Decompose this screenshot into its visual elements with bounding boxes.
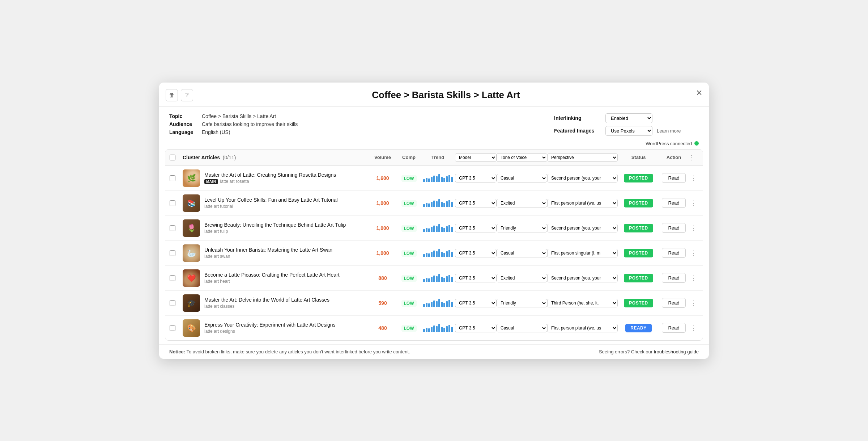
model-select[interactable]: GPT 3.5 GPT 4: [455, 299, 497, 307]
perspective-select[interactable]: Second person (you, your Second person (…: [547, 174, 618, 182]
row-checkbox[interactable]: [170, 175, 175, 181]
select-all-checkbox[interactable]: [170, 155, 175, 160]
row-checkbox[interactable]: [170, 325, 175, 331]
articles-table: Cluster Articles (0/11) Volume Comp Tren…: [165, 149, 703, 341]
model-select[interactable]: GPT 3.5 GPT 4: [455, 174, 497, 182]
model-select[interactable]: GPT 3.5 GPT 4: [455, 224, 497, 232]
row-trend: [421, 324, 455, 332]
cluster-articles-header: Cluster Articles (0/11): [183, 155, 368, 160]
perspective-select[interactable]: First person plural (we, us Second perso…: [547, 324, 618, 332]
perspective-select[interactable]: Second person (you, your Second person (…: [547, 224, 618, 232]
row-trend: [421, 199, 455, 207]
perspective-header-select[interactable]: Perspective: [547, 153, 618, 162]
meta-right: Interlinking Enabled Disabled Featured I…: [554, 113, 699, 137]
row-perspective: Second person (you, your Second person (…: [547, 174, 618, 182]
learn-more-link[interactable]: Learn more: [657, 128, 681, 134]
row-status: POSTED: [618, 299, 659, 307]
tone-select[interactable]: Casual Casual Excited Friendly: [497, 174, 547, 182]
row-perspective: First person plural (we, us Second perso…: [547, 199, 618, 207]
read-button[interactable]: Read: [662, 173, 685, 183]
close-button[interactable]: ✕: [696, 89, 702, 97]
row-model: GPT 3.5 GPT 4: [455, 174, 497, 182]
row-subtitle: latte art swan: [204, 254, 230, 259]
model-header: Model: [455, 153, 497, 162]
row-more-options[interactable]: ⋮: [688, 274, 698, 282]
perspective-header: Perspective: [547, 153, 618, 162]
row-more-options[interactable]: ⋮: [688, 324, 698, 332]
row-more-options[interactable]: ⋮: [688, 174, 698, 182]
row-title: Level Up Your Coffee Skills: Fun and Eas…: [204, 197, 368, 203]
read-button[interactable]: Read: [662, 298, 685, 308]
row-more-options[interactable]: ⋮: [688, 199, 698, 207]
perspective-select[interactable]: Second person (you, your Second person (…: [547, 274, 618, 282]
row-model: GPT 3.5 GPT 4: [455, 274, 497, 282]
featured-images-row: Featured Images Use Pexels None Learn mo…: [554, 126, 699, 136]
read-button[interactable]: Read: [662, 323, 685, 333]
tone-header-select[interactable]: Tone of Voice: [497, 153, 547, 162]
row-model: GPT 3.5 GPT 4: [455, 199, 497, 207]
comp-badge: LOW: [401, 325, 417, 332]
status-badge: POSTED: [624, 274, 653, 282]
model-select[interactable]: GPT 3.5 GPT 4: [455, 249, 497, 257]
row-trend: [421, 274, 455, 282]
row-checkbox[interactable]: [170, 300, 175, 306]
row-more-options[interactable]: ⋮: [688, 299, 698, 307]
row-checkbox[interactable]: [170, 200, 175, 206]
topic-value: Coffee > Barista Skills > Latte Art: [202, 113, 276, 119]
footer-left: Notice: To avoid broken links, make sure…: [169, 349, 410, 354]
row-comp: LOW: [397, 175, 421, 181]
trash-button[interactable]: 🗑: [166, 89, 178, 101]
thumb-icon: 🌷: [187, 224, 196, 232]
interlinking-select[interactable]: Enabled Disabled: [605, 113, 652, 123]
row-perspective: Second person (you, your Second person (…: [547, 274, 618, 282]
more-icon[interactable]: ⋮: [688, 154, 695, 161]
row-checkbox[interactable]: [170, 275, 175, 281]
row-subtitle-line: MAIN latte art rosetta: [204, 179, 368, 184]
wp-connected-dot: [694, 141, 699, 146]
row-more-options[interactable]: ⋮: [688, 224, 698, 232]
troubleshooting-link[interactable]: troubleshooting guide: [654, 349, 699, 354]
read-button[interactable]: Read: [662, 198, 685, 208]
row-volume: 480: [368, 325, 397, 331]
model-header-select[interactable]: Model: [455, 153, 497, 162]
tone-select[interactable]: Friendly Casual Excited Friendly: [497, 299, 547, 307]
tone-select[interactable]: Friendly Casual Excited Friendly: [497, 224, 547, 232]
interlinking-row: Interlinking Enabled Disabled: [554, 113, 699, 123]
row-tone: Casual Casual Excited Friendly: [497, 324, 547, 332]
row-subtitle: latte art rosetta: [220, 179, 249, 184]
row-volume: 1,000: [368, 225, 397, 231]
perspective-select[interactable]: Third Person (he, she, it, Second person…: [547, 299, 618, 307]
tone-select[interactable]: Casual Casual Excited Friendly: [497, 249, 547, 257]
read-button[interactable]: Read: [662, 223, 685, 233]
perspective-select[interactable]: First person plural (we, us Second perso…: [547, 199, 618, 207]
table-row: 🌷 Brewing Beauty: Unveiling the Techniqu…: [165, 216, 703, 241]
table-row: 🌿 Master the Art of Latte: Creating Stun…: [165, 166, 703, 191]
row-checkbox[interactable]: [170, 225, 175, 231]
model-select[interactable]: GPT 3.5 GPT 4: [455, 274, 497, 282]
audience-row: Audience Cafe baristas looking to improv…: [169, 121, 554, 127]
row-subtitle: latte art tutorial: [204, 204, 233, 209]
read-button[interactable]: Read: [662, 273, 685, 283]
help-button[interactable]: ?: [181, 89, 193, 101]
comp-badge: LOW: [401, 300, 417, 307]
tone-select[interactable]: Excited Casual Excited Friendly: [497, 199, 547, 207]
model-select[interactable]: GPT 3.5 GPT 4: [455, 199, 497, 207]
row-checkbox-cell: [170, 175, 183, 181]
row-checkbox[interactable]: [170, 250, 175, 256]
tone-select[interactable]: Casual Casual Excited Friendly: [497, 324, 547, 332]
row-more-options[interactable]: ⋮: [688, 249, 698, 257]
row-title-section: Master the Art of Latte: Creating Stunni…: [204, 172, 368, 184]
meta-left: Topic Coffee > Barista Skills > Latte Ar…: [169, 113, 554, 137]
model-select[interactable]: GPT 3.5 GPT 4: [455, 324, 497, 332]
comp-badge: LOW: [401, 275, 417, 282]
tone-select[interactable]: Excited Casual Excited Friendly: [497, 274, 547, 282]
read-button[interactable]: Read: [662, 248, 685, 258]
row-title: Become a Latte Picasso: Crafting the Per…: [204, 272, 368, 278]
row-subtitle: latte art heart: [204, 279, 230, 284]
featured-images-select[interactable]: Use Pexels None: [605, 126, 652, 136]
perspective-select[interactable]: First person singular (I, m Second perso…: [547, 249, 618, 257]
row-action: Read: [659, 248, 688, 258]
row-model: GPT 3.5 GPT 4: [455, 224, 497, 232]
wp-connected-label: WordPress connected: [646, 141, 692, 146]
table-row: 🎓 Master the Art: Delve into the World o…: [165, 291, 703, 316]
